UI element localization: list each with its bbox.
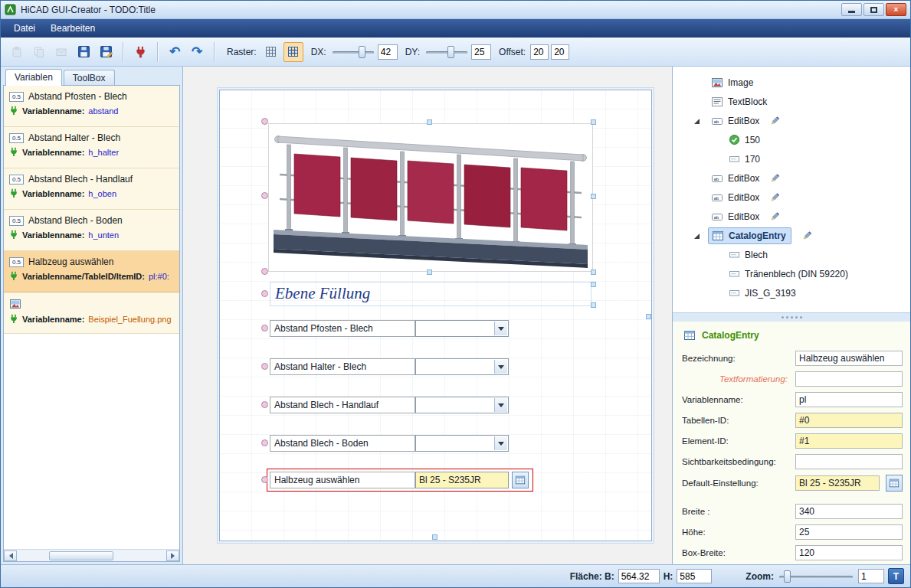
variable-card[interactable]: 0.5 Abstand Pfosten - Blech Variablennam…	[4, 86, 179, 127]
catalog-value-field[interactable]: Bl 25 - S235JR	[415, 472, 509, 488]
paste-button[interactable]	[7, 42, 27, 62]
dy-slider-track[interactable]	[426, 51, 467, 54]
catalog-browse-button[interactable]	[512, 472, 529, 488]
variable-card[interactable]: 0.5 Abstand Blech - Boden Variablenname:…	[4, 210, 179, 251]
tree-item-editbox[interactable]: ab EditBox	[673, 111, 907, 130]
variable-card[interactable]: 0.5 Abstand Blech - Handlauf Variablenna…	[4, 168, 179, 210]
save-as-button[interactable]	[96, 42, 116, 62]
variable-card[interactable]: 0.5 Abstand Halter - Blech Variablenname…	[4, 127, 179, 168]
dy-input[interactable]	[471, 44, 491, 60]
selection-handle[interactable]	[427, 119, 432, 125]
dialog-design-page[interactable]: Ebene Füllung Abstand Pfosten - Blech Ab…	[219, 90, 652, 541]
selection-handle[interactable]	[261, 439, 268, 446]
dropdown-arrow-button[interactable]	[494, 398, 507, 412]
box-breite-input[interactable]	[795, 545, 903, 560]
catalog-entry-row[interactable]: Halbzeug auswählen Bl 25 - S235JR	[270, 472, 530, 488]
scroll-left-arrow[interactable]	[4, 550, 17, 561]
tree-item-image[interactable]: Image	[673, 73, 907, 92]
variablenname-input[interactable]	[795, 392, 903, 407]
expander-icon[interactable]	[694, 119, 700, 124]
menu-datei[interactable]: Datei	[7, 21, 42, 36]
dy-slider[interactable]	[424, 44, 469, 60]
dropdown-arrow-button[interactable]	[494, 322, 507, 335]
edit-pencil-icon[interactable]	[769, 173, 780, 184]
selection-handle[interactable]	[427, 270, 432, 275]
tree-item-jis-g-3193[interactable]: JIS_G_3193	[673, 283, 907, 302]
zoom-slider-thumb[interactable]	[784, 570, 791, 583]
tree-item-blech[interactable]: Blech	[673, 245, 907, 264]
tree-item-editbox[interactable]: ab EditBox	[673, 207, 907, 226]
dropdown-arrow-button[interactable]	[494, 360, 507, 374]
minimize-button[interactable]	[841, 3, 862, 16]
variable-card[interactable]: Variablenname: Beispiel_Fuellung.png	[4, 292, 179, 334]
catalog-browse-button[interactable]	[886, 475, 903, 492]
edit-pencil-icon[interactable]	[801, 230, 812, 241]
tree-item-traenenblech[interactable]: Tränenblech (DIN 59220)	[673, 264, 907, 283]
dx-slider[interactable]	[331, 44, 375, 60]
textformatierung-input[interactable]	[795, 371, 903, 387]
close-button[interactable]: ×	[886, 3, 906, 16]
maximize-button[interactable]	[863, 3, 884, 16]
tree-item-150[interactable]: 150	[673, 130, 907, 149]
tree-item-170[interactable]: 170	[673, 149, 907, 168]
selection-handle[interactable]	[591, 270, 596, 275]
edit-pencil-icon[interactable]	[769, 116, 780, 126]
selection-handle[interactable]	[591, 119, 596, 125]
selection-handle[interactable]	[432, 534, 437, 540]
bezeichnung-input[interactable]	[795, 351, 903, 366]
selection-handle[interactable]	[261, 268, 268, 275]
tab-toolbox[interactable]: ToolBox	[64, 70, 115, 86]
selection-handle[interactable]	[591, 302, 596, 308]
dropdown[interactable]	[415, 397, 509, 413]
text-mode-button[interactable]: T	[888, 568, 904, 584]
tabellen-id-input[interactable]	[795, 413, 903, 428]
tree-item-textblock[interactable]: TextBlock	[673, 92, 907, 111]
scrollbar-thumb[interactable]	[49, 551, 113, 560]
pin-variable-button[interactable]	[130, 42, 150, 62]
selection-handle[interactable]	[261, 118, 268, 125]
dropdown[interactable]	[415, 358, 509, 375]
hoehe-input[interactable]	[795, 524, 903, 540]
tree-item-editbox[interactable]: ab EditBox	[673, 168, 907, 188]
dx-input[interactable]	[378, 44, 398, 60]
tree-item-catalogentry-selected[interactable]: CatalogEntry	[673, 226, 907, 245]
zoom-value-input[interactable]	[858, 569, 884, 583]
selection-handle[interactable]	[261, 290, 268, 297]
copy-button[interactable]	[29, 42, 49, 62]
menu-bearbeiten[interactable]: Bearbeiten	[44, 21, 102, 36]
offset-x-input[interactable]	[530, 44, 549, 60]
railing-image[interactable]	[268, 123, 593, 272]
sichtbarkeitsbedingung-input[interactable]	[795, 454, 903, 469]
scroll-right-arrow[interactable]	[166, 550, 179, 561]
export-button[interactable]	[51, 42, 71, 62]
breite-input[interactable]	[795, 504, 903, 519]
dx-slider-track[interactable]	[333, 51, 374, 54]
element-id-input[interactable]	[795, 433, 903, 449]
undo-button[interactable]: ↶	[165, 42, 185, 62]
offset-y-input[interactable]	[551, 44, 569, 60]
selection-handle[interactable]	[591, 282, 596, 287]
grid-toggle-button[interactable]	[261, 42, 281, 62]
zoom-slider[interactable]	[778, 569, 854, 584]
tree-item-editbox[interactable]: ab EditBox	[673, 188, 907, 207]
edit-pencil-icon[interactable]	[769, 211, 780, 222]
selection-handle[interactable]	[261, 192, 268, 199]
heading-textblock[interactable]: Ebene Füllung	[270, 282, 591, 306]
grid-snap-toggle-button[interactable]	[283, 42, 303, 62]
horizontal-scrollbar[interactable]	[4, 549, 179, 561]
area-height-input[interactable]	[677, 569, 712, 583]
selection-handle[interactable]	[646, 314, 651, 319]
dropdown-arrow-button[interactable]	[494, 436, 507, 450]
selection-handle[interactable]	[261, 401, 268, 408]
default-einstellung-input[interactable]	[795, 475, 880, 491]
selection-handle[interactable]	[261, 363, 268, 370]
expander-icon[interactable]	[694, 234, 700, 239]
dy-slider-thumb[interactable]	[447, 46, 454, 58]
selection-handle[interactable]	[591, 194, 596, 199]
selection-handle[interactable]	[261, 476, 268, 483]
selection-handle[interactable]	[261, 325, 268, 332]
panel-splitter[interactable]	[673, 313, 910, 322]
dx-slider-thumb[interactable]	[359, 46, 365, 58]
save-button[interactable]	[74, 42, 93, 62]
redo-button[interactable]: ↷	[187, 42, 207, 62]
